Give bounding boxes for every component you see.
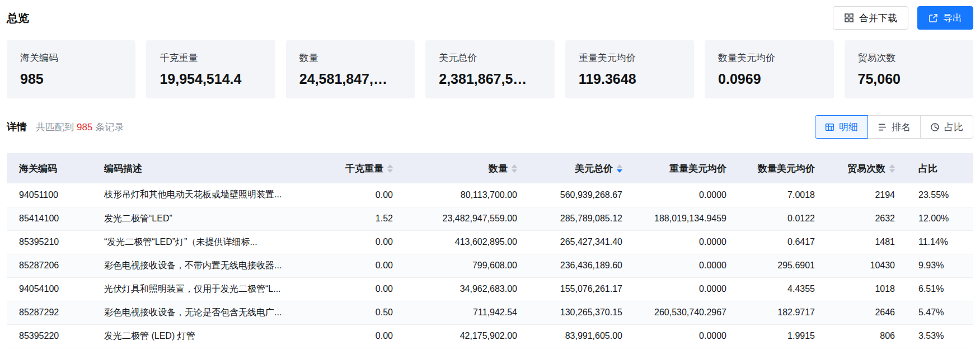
table-body: 94051100枝形吊灯和其他电动天花板或墙壁照明装置...0.0080,113… [7,183,973,348]
summary-card: 贸易次数75,060 [845,40,973,98]
card-label: 美元总价 [439,51,541,64]
card-label: 重量美元均价 [579,51,681,64]
cell-usd-total: 155,076,261.17 [528,277,634,301]
cell-quantity: 42,175,902.00 [404,324,528,348]
view-switch: 明细 排名 占比 [815,115,973,139]
cell-quantity: 711,942.54 [404,301,528,324]
topbar-actions: 合并下载 导出 [833,6,973,30]
cell-description: 发光二极管“LED” [92,207,315,230]
table-row[interactable]: 94051100枝形吊灯和其他电动天花板或墙壁照明装置...0.0080,113… [7,183,973,207]
cell-usd-per-qty: 4.4355 [738,277,826,301]
table-icon [825,122,834,132]
table-header-row: 海关编码编码描述千克重量数量美元总价重量美元均价数量美元均价贸易次数占比 [7,153,973,183]
cell-trade-count: 2194 [826,183,906,207]
cell-usd-per-qty: 182.9717 [738,301,826,324]
column-header-hs-code: 海关编码 [7,153,92,183]
table-row[interactable]: 85287206彩色电视接收设备，不带内置无线电接收器...0.00799,60… [7,254,973,277]
cell-usd-total: 130,265,370.15 [528,301,634,324]
cell-description: “发光二极管“LED”灯”（未提供详细标... [92,230,315,254]
summary-card: 千克重量19,954,514.4 [146,40,275,98]
export-icon [929,13,938,23]
summary-card: 数量美元均价0.0969 [705,40,833,98]
ranking-bars-icon [878,122,887,132]
sort-caret-icon[interactable] [387,164,393,173]
column-header-usd-total[interactable]: 美元总价 [528,153,634,183]
cell-share: 12.00% [906,207,973,230]
cell-trade-count: 2646 [826,301,906,324]
merge-download-label: 合并下载 [859,12,897,25]
cell-kg-weight: 0.00 [315,277,404,301]
page-title: 总览 [7,11,29,26]
cell-kg-weight: 0.00 [315,183,404,207]
export-button[interactable]: 导出 [917,6,973,30]
cell-usd-total: 265,427,341.40 [528,230,634,254]
cell-trade-count: 806 [826,324,906,348]
table-row[interactable]: 85395210“发光二极管“LED”灯”（未提供详细标...0.00413,6… [7,230,973,254]
cell-hs-code: 85287292 [7,301,92,324]
details-title: 详情 [7,120,27,134]
card-value: 985 [20,71,122,87]
cell-usd-per-qty: 1.9915 [738,324,826,348]
cell-share: 5.47% [906,301,973,324]
column-header-usd-per-kg: 重量美元均价 [634,153,738,183]
cell-quantity: 23,482,947,559.00 [404,207,528,230]
summary-card: 美元总价2,381,867,5… [425,40,554,98]
sort-caret-icon[interactable] [889,164,895,173]
cell-kg-weight: 0.50 [315,301,404,324]
tab-share[interactable]: 占比 [920,115,973,139]
column-header-kg-weight[interactable]: 千克重量 [315,153,404,183]
cell-quantity: 799,608.00 [404,254,528,277]
match-prefix: 共匹配到 [36,122,74,132]
column-label: 编码描述 [104,162,142,175]
tab-detail[interactable]: 明细 [815,115,868,139]
merge-download-button[interactable]: 合并下载 [833,6,908,30]
cell-hs-code: 85287206 [7,254,92,277]
cell-hs-code: 85395210 [7,230,92,254]
tab-rank-label: 排名 [892,121,911,134]
cell-description: 发光二极管 (LED) 灯管 [92,324,315,348]
cell-description: 彩色电视接收设备，不带内置无线电接收器... [92,254,315,277]
cell-usd-per-kg: 0.0000 [634,183,738,207]
sort-caret-icon[interactable] [512,164,517,173]
column-header-quantity[interactable]: 数量 [404,153,528,183]
column-label: 美元总价 [575,162,613,175]
cell-share: 23.55% [906,183,973,207]
card-value: 75,060 [858,71,960,87]
match-record-text: 共匹配到985条记录 [36,121,124,134]
card-value: 19,954,514.4 [160,71,261,87]
trade-table: 海关编码编码描述千克重量数量美元总价重量美元均价数量美元均价贸易次数占比 940… [7,153,973,348]
table-row[interactable]: 85414100发光二极管“LED”1.5223,482,947,559.002… [7,207,973,230]
column-label: 千克重量 [345,162,383,175]
tab-share-label: 占比 [944,121,963,134]
card-label: 数量美元均价 [718,51,820,64]
match-suffix: 条记录 [95,122,124,132]
column-label: 重量美元均价 [669,162,726,175]
table-row[interactable]: 85287292彩色电视接收设备，无论是否包含无线电广...0.50711,94… [7,301,973,324]
card-value: 0.0969 [718,71,820,87]
cell-usd-per-qty: 295.6901 [738,254,826,277]
export-label: 导出 [943,12,962,25]
cell-quantity: 34,962,683.00 [404,277,528,301]
sort-caret-icon[interactable] [617,164,622,173]
cell-usd-per-kg: 0.0000 [634,277,738,301]
column-label: 数量美元均价 [758,162,815,175]
cell-usd-total: 560,939,268.67 [528,183,634,207]
cell-description: 枝形吊灯和其他电动天花板或墙壁照明装置... [92,183,315,207]
cell-usd-per-kg: 0.0000 [634,324,738,348]
summary-card: 海关编码985 [7,40,135,98]
summary-cards: 海关编码985千克重量19,954,514.4数量24,581,847,…美元总… [7,40,973,98]
table-row[interactable]: 85395220发光二极管 (LED) 灯管0.0042,175,902.008… [7,324,973,348]
pie-chart-icon [930,122,940,132]
cell-usd-per-kg: 0.0000 [634,254,738,277]
column-header-share: 占比 [906,153,973,183]
tab-rank[interactable]: 排名 [868,115,921,139]
column-header-usd-per-qty: 数量美元均价 [738,153,826,183]
table-row[interactable]: 94054100光伏灯具和照明装置，仅用于发光二极管“L...0.0034,96… [7,277,973,301]
cell-share: 6.51% [906,277,973,301]
cell-hs-code: 85414100 [7,207,92,230]
grid-squares-icon [844,13,854,23]
cell-usd-total: 83,991,605.00 [528,324,634,348]
cell-trade-count: 1018 [826,277,906,301]
column-header-trade-count[interactable]: 贸易次数 [826,153,906,183]
cell-hs-code: 94054100 [7,277,92,301]
